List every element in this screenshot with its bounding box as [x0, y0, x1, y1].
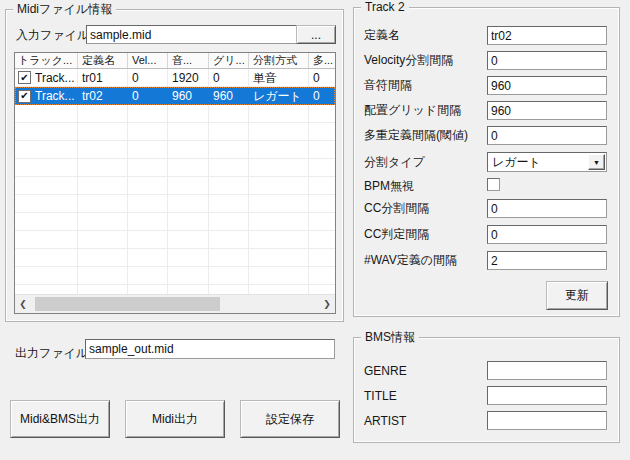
bms-info-group: BMS情報 GENRE TITLE ARTIST — [353, 337, 620, 443]
column-header-defname[interactable]: 定義名 — [78, 53, 128, 68]
multi-cell: 0 — [309, 87, 335, 105]
split-type-label: 分割タイプ — [364, 155, 425, 169]
cc-judge-label: CC判定間隔 — [364, 227, 429, 241]
horizontal-scrollbar[interactable]: ❮ ❯ — [15, 294, 335, 313]
velocity-cell: 0 — [128, 69, 168, 87]
bpm-ignore-checkbox[interactable] — [487, 178, 500, 191]
chevron-down-icon: ▼ — [593, 159, 600, 166]
row-checkbox[interactable]: ✔ — [18, 90, 31, 103]
browse-button[interactable]: ... — [296, 25, 336, 44]
track-cell: ✔ Track... — [15, 69, 78, 87]
grid-cell: 0 — [209, 69, 249, 87]
column-header-velocity[interactable]: Vel... — [128, 53, 168, 68]
grid-line — [208, 105, 209, 294]
table-row-selected[interactable]: ✔ Track... tr02 0 960 960 レガート 0 — [15, 87, 335, 105]
row-checkbox[interactable]: ✔ — [18, 71, 31, 84]
cc-split-input[interactable] — [487, 199, 607, 218]
dropdown-button[interactable]: ▼ — [588, 154, 605, 170]
note-cell: 960 — [168, 87, 209, 105]
defname-cell: tr01 — [78, 69, 128, 87]
splitmode-cell: 単音 — [249, 69, 309, 87]
track-name: Track... — [35, 89, 75, 103]
grid-interval-input[interactable] — [487, 101, 607, 120]
multi-def-label: 多重定義間隔(閾値) — [364, 128, 468, 142]
multi-cell: 0 — [309, 69, 335, 87]
note-cell: 1920 — [168, 69, 209, 87]
genre-label: GENRE — [364, 364, 407, 378]
input-file-field[interactable] — [86, 25, 297, 44]
title-input[interactable] — [487, 386, 607, 405]
column-header-note[interactable]: 音... — [168, 53, 209, 68]
save-settings-button[interactable]: 設定保存 — [240, 400, 340, 438]
track-name: Track... — [35, 71, 75, 85]
track-settings-group: Track 2 定義名 Velocity分割間隔 音符間隔 配置グリッド間隔 多… — [353, 7, 620, 317]
scrollbar-thumb[interactable] — [35, 297, 220, 311]
track-group-title: Track 2 — [361, 0, 409, 14]
column-header-splitmode[interactable]: 分割方式 — [249, 53, 309, 68]
title-label: TITLE — [364, 389, 397, 403]
grid-line — [248, 105, 249, 294]
splitmode-cell: レガート — [249, 87, 309, 105]
cc-judge-input[interactable] — [487, 225, 607, 244]
grid-line — [127, 105, 128, 294]
midi-file-info-group: Midiファイル情報 入力ファイル ... トラック... 定義名 Vel...… — [5, 9, 344, 322]
bpm-ignore-label: BPM無視 — [364, 179, 414, 193]
app-window: Midiファイル情報 入力ファイル ... トラック... 定義名 Vel...… — [0, 0, 630, 460]
scroll-right-icon[interactable]: ❯ — [319, 295, 335, 313]
artist-label: ARTIST — [364, 414, 406, 428]
genre-input[interactable] — [487, 361, 607, 380]
velocity-split-input[interactable] — [487, 51, 607, 70]
defname-input[interactable] — [487, 26, 607, 45]
output-file-label: 出力ファイル — [15, 346, 88, 360]
split-type-value: レガート — [492, 155, 541, 169]
split-type-select[interactable]: レガート ▼ — [487, 152, 607, 172]
table-row[interactable]: ✔ Track... tr01 0 1920 0 単音 0 — [15, 69, 335, 87]
grid-line — [77, 105, 78, 294]
velocity-cell: 0 — [128, 87, 168, 105]
midi-bms-export-button[interactable]: Midi&BMS出力 — [10, 400, 110, 438]
column-header-grid[interactable]: グリ... — [209, 53, 249, 68]
track-cell: ✔ Track... — [15, 87, 78, 105]
midi-group-title: Midiファイル情報 — [13, 2, 116, 16]
bms-group-title: BMS情報 — [361, 330, 419, 344]
wav-def-label: #WAV定義の間隔 — [364, 253, 457, 267]
input-file-label: 入力ファイル — [16, 28, 89, 42]
midi-export-button[interactable]: Midi出力 — [125, 400, 225, 438]
check-icon: ✔ — [20, 91, 28, 101]
note-interval-label: 音符間隔 — [364, 78, 412, 92]
check-icon: ✔ — [20, 73, 28, 83]
wav-def-input[interactable] — [487, 251, 607, 270]
multi-def-input[interactable] — [487, 126, 607, 145]
track-table-header: トラック... 定義名 Vel... 音... グリ... 分割方式 多... — [15, 53, 335, 69]
scroll-left-icon[interactable]: ❮ — [15, 295, 31, 313]
cc-split-label: CC分割間隔 — [364, 201, 429, 215]
grid-line — [167, 105, 168, 294]
output-file-field[interactable] — [85, 339, 335, 359]
velocity-split-label: Velocity分割間隔 — [364, 53, 453, 67]
artist-input[interactable] — [487, 411, 607, 430]
defname-label: 定義名 — [364, 28, 400, 42]
update-button[interactable]: 更新 — [546, 281, 608, 310]
grid-interval-label: 配置グリッド間隔 — [364, 103, 461, 117]
table-empty-area — [15, 105, 335, 294]
note-interval-input[interactable] — [487, 76, 607, 95]
column-header-track[interactable]: トラック... — [15, 53, 78, 68]
defname-cell: tr02 — [78, 87, 128, 105]
grid-cell: 960 — [209, 87, 249, 105]
grid-line — [308, 105, 309, 294]
track-table: トラック... 定義名 Vel... 音... グリ... 分割方式 多... … — [14, 52, 336, 314]
column-header-multi[interactable]: 多... — [309, 53, 335, 68]
